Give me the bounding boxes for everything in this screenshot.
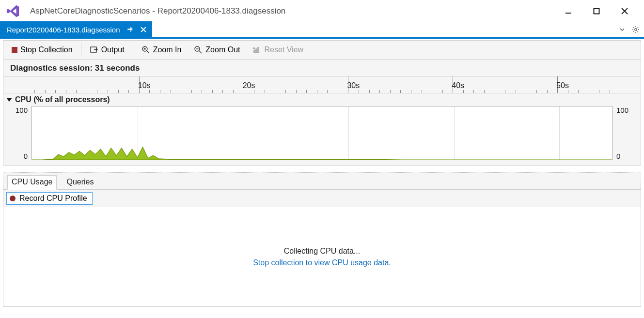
toolbar-separator: [81, 43, 81, 57]
ruler-tick-label: 40s: [452, 81, 464, 90]
window-controls: [560, 2, 633, 20]
ruler-tick-label: 20s: [243, 81, 255, 90]
cpu-chart-title: CPU (% of all processors): [15, 95, 110, 104]
zoom-in-label: Zoom In: [153, 45, 182, 54]
diagnostics-toolbar: Stop Collection Output Zoom In Zoom Out …: [3, 40, 641, 60]
window-title: AspNetCoreDiagnosticScenarios - Report20…: [30, 6, 560, 16]
title-bar: AspNetCoreDiagnosticScenarios - Report20…: [0, 0, 644, 22]
ruler-tick-label: 30s: [347, 81, 360, 90]
zoom-in-button[interactable]: Zoom In: [135, 42, 188, 58]
stop-collection-button[interactable]: Stop Collection: [5, 42, 79, 58]
stop-collection-hint-link[interactable]: Stop collection to view CPU usage data.: [253, 258, 391, 267]
y-axis-left: 100 0: [6, 106, 31, 160]
y-max-label: 100: [16, 106, 28, 114]
svg-line-13: [199, 51, 202, 53]
maximize-button[interactable]: [588, 2, 605, 20]
tab-cpu-usage[interactable]: CPU Usage: [7, 175, 57, 190]
tab-queries[interactable]: Queries: [63, 176, 97, 189]
cpu-chart-header[interactable]: CPU (% of all processors): [6, 95, 638, 104]
document-tab-row: Report20200406-1833.diagsession: [0, 22, 644, 39]
y-min-label: 0: [24, 152, 28, 160]
pin-icon[interactable]: [126, 26, 134, 33]
ruler-tick-label: 10s: [138, 81, 151, 90]
zoom-out-icon: [194, 45, 203, 54]
svg-rect-1: [594, 9, 599, 14]
svg-rect-16: [256, 49, 257, 53]
timeline-ruler[interactable]: 10s20s30s40s50s: [3, 76, 641, 93]
minimize-button[interactable]: [560, 2, 577, 20]
svg-rect-15: [254, 50, 255, 53]
session-duration-label: Diagnostics session: 31 seconds: [3, 60, 641, 76]
zoom-out-button[interactable]: Zoom Out: [188, 42, 246, 58]
cpu-chart-plot[interactable]: [31, 106, 613, 160]
document-tab[interactable]: Report20200406-1833.diagsession: [0, 21, 152, 38]
zoom-in-icon: [141, 45, 150, 54]
svg-rect-17: [258, 47, 259, 53]
stop-label: Stop Collection: [20, 45, 73, 54]
y-min-r-label: 0: [616, 152, 620, 160]
svg-point-6: [635, 29, 637, 30]
tab-overflow-icon[interactable]: [618, 25, 627, 34]
collapse-triangle-icon: [6, 98, 12, 102]
record-cpu-profile-button[interactable]: Record CPU Profile: [6, 192, 93, 205]
close-button[interactable]: [616, 2, 633, 20]
cpu-chart-section: CPU (% of all processors) 100 0 100 0: [3, 93, 641, 166]
record-icon: [10, 196, 16, 201]
gear-icon[interactable]: [631, 25, 640, 34]
reset-view-label: Reset View: [264, 45, 303, 54]
collecting-status: Collecting CPU data...: [284, 247, 360, 256]
detail-tabs: CPU Usage Queries: [3, 172, 641, 190]
output-button[interactable]: Output: [83, 42, 131, 58]
stop-icon: [12, 47, 17, 53]
cpu-usage-toolbar: Record CPU Profile: [3, 190, 641, 207]
spacer: [3, 166, 641, 172]
close-tab-icon[interactable]: [140, 26, 147, 33]
zoom-out-label: Zoom Out: [205, 45, 240, 54]
toolbar-separator: [133, 43, 133, 57]
ruler-tick-label: 50s: [556, 81, 569, 90]
reset-view-icon: [252, 45, 261, 54]
document-tab-label: Report20200406-1833.diagsession: [7, 26, 120, 34]
y-max-r-label: 100: [616, 106, 628, 114]
y-axis-right: 100 0: [613, 106, 638, 160]
reset-view-button: Reset View: [246, 42, 310, 58]
svg-line-9: [147, 51, 149, 53]
cpu-usage-content: Collecting CPU data... Stop collection t…: [3, 207, 641, 307]
output-icon: [90, 45, 98, 54]
vs-logo-icon: [5, 3, 21, 19]
record-label: Record CPU Profile: [19, 194, 87, 203]
output-label: Output: [101, 45, 125, 54]
